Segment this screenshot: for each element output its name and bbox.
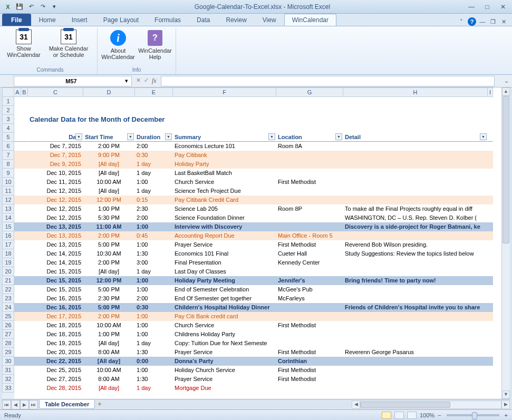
- data-cell[interactable]: 12:00 PM: [83, 196, 135, 204]
- data-cell[interactable]: Kennedy Center: [276, 258, 343, 267]
- row-header[interactable]: 23: [2, 294, 14, 303]
- sheet-nav-prev-icon[interactable]: ◀: [11, 400, 20, 409]
- filter-dropdown-icon[interactable]: ▼: [75, 133, 82, 140]
- data-cell[interactable]: First Methodist: [276, 366, 343, 375]
- cancel-formula-icon[interactable]: ✕: [136, 77, 141, 85]
- data-cell[interactable]: [276, 384, 343, 393]
- save-icon[interactable]: 💾: [15, 2, 24, 12]
- row-header[interactable]: 18: [2, 249, 14, 258]
- row-header[interactable]: 12: [2, 196, 14, 204]
- data-cell[interactable]: Room 8P: [276, 204, 343, 213]
- data-cell[interactable]: 10:00 AM: [83, 178, 135, 187]
- data-cell[interactable]: Discovery is a side-project for Roger Ba…: [343, 222, 488, 231]
- data-cell[interactable]: [21, 204, 28, 213]
- tab-data[interactable]: Data: [189, 14, 218, 26]
- row-header[interactable]: 5: [2, 133, 14, 142]
- data-cell[interactable]: [343, 151, 488, 160]
- data-cell[interactable]: Church Service: [173, 321, 276, 330]
- [interactable]: [21, 133, 28, 142]
- view-page-break-button[interactable]: [407, 412, 417, 419]
- data-cell[interactable]: [All day]: [83, 384, 135, 393]
- data-cell[interactable]: [14, 222, 21, 231]
- tab-insert[interactable]: Insert: [64, 14, 95, 26]
- data-cell[interactable]: 0:30: [135, 151, 173, 160]
- row-header[interactable]: 7: [2, 151, 14, 160]
- data-cell[interactable]: [21, 348, 28, 357]
- data-cell[interactable]: [488, 276, 493, 285]
- data-cell[interactable]: Economics 101 Final: [173, 249, 276, 258]
- col-header[interactable]: I: [488, 87, 493, 97]
- data-cell[interactable]: Science Foundation Dinner: [173, 213, 276, 222]
- data-row[interactable]: Dec 13, 201511:00 AM1:00Interview with D…: [14, 222, 493, 231]
- row-header[interactable]: 4: [2, 124, 14, 133]
- new-sheet-icon[interactable]: ✦: [97, 401, 108, 409]
- formula-input[interactable]: [161, 76, 495, 86]
- data-cell[interactable]: 10:30 AM: [83, 249, 135, 258]
- data-cell[interactable]: Dec 14, 2015: [28, 249, 83, 258]
- sheet-nav-last-icon[interactable]: ⏭: [29, 400, 38, 409]
- data-cell[interactable]: Dec 20, 2015: [28, 348, 83, 357]
- hscroll-thumb[interactable]: [361, 402, 450, 408]
- data-cell[interactable]: [488, 267, 493, 276]
- data-cell[interactable]: First Methodist: [276, 240, 343, 249]
- view-page-layout-button[interactable]: [394, 412, 404, 419]
- data-cell[interactable]: [21, 231, 28, 240]
- data-cell[interactable]: [343, 142, 488, 151]
- data-cell[interactable]: [343, 294, 488, 303]
- data-cell[interactable]: Last BasketBall Match: [173, 169, 276, 178]
- row-header[interactable]: 32: [2, 375, 14, 384]
- data-row[interactable]: Dec 15, 20155:00 PM1:00End of Semester C…: [14, 285, 493, 294]
- filter-dropdown-icon[interactable]: ▼: [480, 133, 487, 140]
- row-header[interactable]: 16: [2, 231, 14, 240]
- data-cell[interactable]: [276, 196, 343, 204]
- data-cell[interactable]: First Methodist: [276, 375, 343, 384]
- data-cell[interactable]: [14, 169, 21, 178]
- data-cell[interactable]: 0:00: [135, 357, 173, 366]
- data-cell[interactable]: 1:00: [135, 222, 173, 231]
- data-cell[interactable]: 2:30: [135, 204, 173, 213]
- data-cell[interactable]: [488, 213, 493, 222]
- data-cell[interactable]: [All day]: [83, 160, 135, 169]
- data-cell[interactable]: [21, 240, 28, 249]
- data-cell[interactable]: [21, 339, 28, 348]
- data-cell[interactable]: [343, 339, 488, 348]
- [interactable]: [488, 133, 493, 142]
- data-cell[interactable]: [343, 267, 488, 276]
- data-cell[interactable]: 5:00 PM: [83, 303, 135, 312]
- data-cell[interactable]: [276, 330, 343, 339]
- data-cell[interactable]: First Methodist: [276, 178, 343, 187]
- row-header[interactable]: 24: [2, 303, 14, 312]
- data-cell[interactable]: Reverenn George Pasarus: [343, 348, 488, 357]
- data-cell[interactable]: [21, 366, 28, 375]
- data-row[interactable]: Dec 15, 201512:00 PM1:00Holiday Party Me…: [14, 276, 493, 285]
- data-cell[interactable]: [14, 276, 21, 285]
- data-cell[interactable]: Friends of Children's Hospital invite yo…: [343, 303, 488, 312]
- doc-restore-icon[interactable]: ❐: [489, 17, 497, 26]
- data-row[interactable]: Dec 27, 20158:00 AM1:30Prayer ServiceFir…: [14, 375, 493, 384]
- data-cell[interactable]: [All day]: [83, 339, 135, 348]
- data-cell[interactable]: [21, 357, 28, 366]
- select-all-corner[interactable]: [2, 87, 14, 97]
- data-cell[interactable]: 11:00 AM: [83, 222, 135, 231]
- data-cell[interactable]: Dec 13, 2015: [28, 240, 83, 249]
- data-cell[interactable]: [343, 357, 488, 366]
- row-header[interactable]: 3: [2, 115, 14, 124]
- data-cell[interactable]: [343, 187, 488, 196]
- data-cell[interactable]: [276, 160, 343, 169]
- data-cell[interactable]: WASHINGTON, DC – U.S. Rep. Steven D. Kol…: [343, 213, 488, 222]
- data-cell[interactable]: 1 day: [135, 267, 173, 276]
- vscroll-track[interactable]: [502, 96, 510, 390]
- data-row[interactable]: Dec 13, 20155:00 PM1:00Prayer ServiceFir…: [14, 240, 493, 249]
- row-header[interactable]: 21: [2, 276, 14, 285]
- data-cell[interactable]: [488, 357, 493, 366]
- data-cell[interactable]: [21, 151, 28, 160]
- row-header[interactable]: 33: [2, 384, 14, 393]
- row-header[interactable]: 1: [2, 97, 14, 106]
- data-row[interactable]: Dec 12, 2015[All day]1 dayScience Tech P…: [14, 187, 493, 196]
- fx-icon[interactable]: fx: [152, 77, 157, 85]
- data-cell[interactable]: [343, 160, 488, 169]
- row-header[interactable]: 10: [2, 178, 14, 187]
- data-cell[interactable]: 8:00 AM: [83, 375, 135, 384]
- data-cell[interactable]: Prayer Service: [173, 240, 276, 249]
- data-cell[interactable]: [14, 249, 21, 258]
